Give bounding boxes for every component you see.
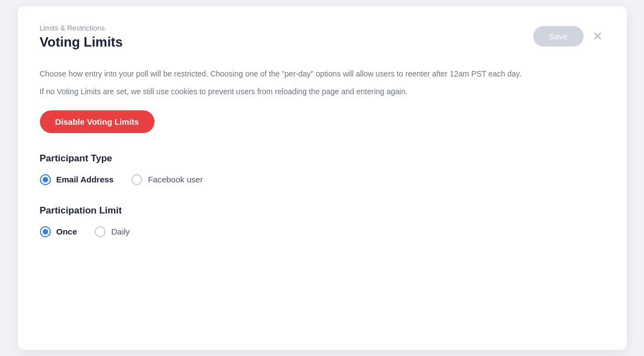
once-label: Once — [56, 227, 78, 236]
header-left: Limits & Restrictions Voting Limits — [40, 24, 123, 50]
participation-limit-radio-group: Once Daily — [40, 226, 605, 237]
participant-type-section: Participant Type Email Address Facebook … — [40, 153, 605, 185]
email-address-option[interactable]: Email Address — [40, 174, 114, 185]
modal-header: Limits & Restrictions Voting Limits Save… — [40, 24, 605, 50]
daily-option[interactable]: Daily — [95, 226, 130, 237]
participant-type-title: Participant Type — [40, 153, 605, 164]
participant-type-radio-group: Email Address Facebook user — [40, 174, 605, 185]
description-text-1: Choose how entry into your poll will be … — [40, 68, 605, 80]
save-button[interactable]: Save — [533, 26, 583, 47]
daily-label: Daily — [111, 227, 130, 236]
description-block: Choose how entry into your poll will be … — [40, 68, 605, 133]
facebook-user-radio[interactable] — [131, 174, 142, 185]
description-text-2: If no Voting Limits are set, we still us… — [40, 85, 605, 98]
participation-limit-section: Participation Limit Once Daily — [40, 205, 605, 237]
email-address-label: Email Address — [56, 175, 114, 184]
facebook-user-option[interactable]: Facebook user — [131, 174, 203, 185]
participation-limit-title: Participation Limit — [40, 205, 605, 216]
email-address-radio[interactable] — [40, 174, 51, 185]
daily-radio[interactable] — [95, 226, 106, 237]
header-right: Save ✕ — [533, 26, 604, 47]
once-radio[interactable] — [40, 226, 51, 237]
breadcrumb: Limits & Restrictions — [40, 24, 123, 32]
voting-limits-modal: Limits & Restrictions Voting Limits Save… — [18, 6, 627, 350]
facebook-user-label: Facebook user — [148, 175, 203, 184]
once-option[interactable]: Once — [40, 226, 78, 237]
page-title: Voting Limits — [40, 34, 123, 50]
close-button[interactable]: ✕ — [590, 29, 605, 44]
disable-voting-limits-button[interactable]: Disable Voting Limits — [40, 110, 154, 133]
